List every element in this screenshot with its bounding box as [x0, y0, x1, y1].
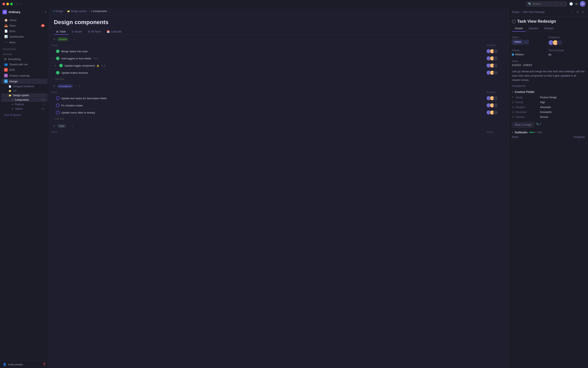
subtask-col-name: Name — [512, 136, 573, 138]
table-row[interactable]: ▶ Update text styles for description fie… — [49, 95, 508, 102]
sidebar-item-home[interactable]: 🏠 Home — [1, 17, 47, 23]
help-icon[interactable]: ❓ — [43, 363, 46, 366]
tab-calendar[interactable]: 📅 Calendar — [104, 29, 124, 35]
page-title-more[interactable]: ··· — [111, 20, 113, 24]
group-add-in-progress[interactable]: + — [79, 84, 80, 88]
table-row[interactable]: ▶ ✓ Merge styles into main — [49, 48, 508, 55]
panel-tab-related[interactable]: Related — [541, 25, 556, 32]
sidebar-item-design-system[interactable]: 📁 Design system — [1, 93, 47, 97]
panel-tab-updates[interactable]: Updates — [526, 25, 541, 32]
back-button[interactable]: ‹ — [16, 2, 19, 6]
page-header: Design components ··· — [49, 15, 508, 28]
minimize-button[interactable] — [6, 3, 9, 5]
3-0-label: 3.0 — [13, 90, 17, 92]
group-collapse-closed[interactable]: ▼ — [53, 38, 55, 41]
panel-expand-button[interactable]: ⊡ — [576, 10, 579, 14]
avatar-group: +3 — [486, 103, 498, 108]
sidebar-item-everything[interactable]: ⊞ Everything — [1, 56, 47, 62]
breadcrumb: D Design / 📁 Design system / ≡ Component… — [49, 8, 508, 15]
maximize-button[interactable] — [10, 3, 13, 5]
avatar-group: +3 — [486, 110, 498, 115]
add-task-row[interactable]: + Add task — [49, 116, 508, 122]
group-header-in-progress: ▼ In progress ··· + — [49, 82, 508, 90]
cf-designer: ☑ Designer Alexander — [512, 106, 585, 109]
breadcrumb-design-system[interactable]: 📁 Design system — [67, 10, 87, 13]
show-empty-button[interactable]: Show 12 empty — [512, 122, 534, 128]
breadcrumb-sep-2: / — [88, 10, 89, 13]
tab-table[interactable]: ⊞ Table — [54, 29, 68, 35]
table-row[interactable]: ▶ Fix shadow scales — [49, 102, 508, 109]
sidebar-footer[interactable]: 👤 Invite people ❓ — [0, 360, 49, 368]
subtasks-collapse-icon[interactable]: ▾ — [512, 131, 513, 134]
panel-close-button[interactable]: ✕ — [581, 10, 585, 14]
sidebar: ⊞ Ordinary ▾ 🏠 Home 📥 Inbox 9 📄 Docs — [0, 8, 49, 368]
group-collapse-todo[interactable]: ▼ — [53, 125, 55, 128]
status-value-row: OPEN ✓ — [512, 40, 548, 45]
close-button[interactable] — [2, 3, 5, 5]
expand-icon[interactable]: ▼ — [51, 57, 54, 60]
sidebar-item-components[interactable]: ≡ Components 56 — [1, 98, 47, 102]
sidebar-item-design[interactable]: D Design — [1, 79, 47, 84]
expand-icon[interactable]: ▶ — [55, 64, 58, 67]
panel-actions: ··· ⊡ ✕ — [570, 10, 585, 14]
chevron-down-icon: ✓ — [526, 41, 527, 43]
breadcrumb-more[interactable]: ··· — [108, 10, 110, 13]
sidebar-item-more[interactable]: ··· More — [1, 39, 47, 45]
group-add-closed[interactable]: + — [74, 37, 75, 41]
panel-more-button[interactable]: ··· — [570, 10, 574, 14]
table-row[interactable]: ▶ Update menu titles to tertiary — [49, 109, 508, 116]
view-all-spaces[interactable]: View all Spaces — [1, 112, 47, 118]
clock-icon[interactable]: 🕐 — [569, 2, 573, 6]
progress-fill — [529, 132, 534, 133]
sidebar-item-patterns[interactable]: ≡ Patterns 8 — [1, 102, 47, 106]
table-row[interactable]: ▶ ✓ Update toggle component 🔒 ⌥ 1 — [49, 62, 508, 69]
sidebar-item-designer-handbook[interactable]: 📄 Designer handbook — [1, 84, 47, 88]
group-collapse-in-progress[interactable]: ▼ — [53, 85, 55, 88]
everything-label: Everything — [8, 58, 45, 61]
show-empty-label: Show 12 empty — [515, 123, 532, 126]
tab-board[interactable]: ⊟ Board — [69, 29, 84, 35]
expand-all-button[interactable]: ▾ Expand all — [512, 84, 585, 87]
tab-team[interactable]: ⊞ 88 Team — [85, 29, 104, 35]
group-more-todo[interactable]: ··· — [68, 125, 70, 128]
grid-icon[interactable]: ⊞ — [575, 2, 578, 6]
th-name-in-progress: Name — [49, 90, 484, 95]
group-add-todo[interactable]: + — [71, 124, 73, 128]
tab-team-label: 88 Team — [91, 30, 101, 33]
sidebar-item-dashboards[interactable]: 📊 Dashboards — [1, 34, 47, 39]
custom-fields-collapse-icon: ▾ — [512, 91, 513, 93]
avatar-group: +3 — [486, 70, 498, 75]
th-assignee-todo: Assign — [484, 129, 508, 135]
patterns-icon: ≡ — [12, 103, 13, 106]
sidebar-item-tokens[interactable]: ≡ Tokens 256 — [1, 107, 47, 111]
add-task-row[interactable]: + Add task — [49, 76, 508, 82]
main-layout: ⊞ Ordinary ▾ 🏠 Home 📥 Inbox 9 📄 Docs — [0, 8, 588, 368]
status-chevron-button[interactable]: ✓ — [524, 40, 529, 44]
group-more-closed[interactable]: ··· — [70, 38, 72, 41]
sidebar-item-epd[interactable]: E EPD — [1, 67, 47, 73]
status-button[interactable]: OPEN — [512, 40, 523, 45]
panel-tab-details[interactable]: Details — [512, 25, 526, 32]
breadcrumb-components[interactable]: ≡ Components — [91, 10, 107, 13]
forward-button[interactable]: › — [20, 2, 22, 6]
search-input[interactable] — [533, 2, 558, 5]
sidebar-item-3-0[interactable]: 📁 3.0 — [1, 89, 47, 93]
sidebar-item-product[interactable]: P Product roadmap — [1, 73, 47, 78]
search-bar[interactable]: 🔍 ⌘K — [526, 1, 567, 7]
search-shortcut: ⌘K — [559, 2, 565, 6]
sidebar-item-inbox[interactable]: 📥 Inbox 9 — [1, 23, 47, 28]
cf-developer-label: Developer — [516, 111, 540, 114]
task-name-cell: ▶ ✓ Update toggle component 🔒 ⌥ 1 — [55, 64, 481, 67]
user-avatar[interactable]: U — [580, 1, 586, 7]
panel-bc-sep: / — [521, 11, 521, 13]
priority-value: Medium — [515, 53, 524, 56]
breadcrumb-design[interactable]: D Design — [53, 10, 63, 13]
avatar-plus: +3 — [493, 63, 498, 68]
workspace-header[interactable]: ⊞ Ordinary ▾ — [0, 8, 49, 16]
table-row[interactable]: ▶ ✓ Update button textures — [49, 69, 508, 76]
custom-fields-section-header[interactable]: ▾ Custom Fields — [512, 90, 585, 93]
group-more-in-progress[interactable]: ··· — [75, 85, 77, 88]
sidebar-item-shared[interactable]: 👥 Shared with me — [1, 62, 47, 67]
sidebar-item-docs[interactable]: 📄 Docs — [1, 28, 47, 34]
table-row[interactable]: ▼ ✓ Add toggles to form fields ⌥ 1 — [49, 55, 508, 62]
